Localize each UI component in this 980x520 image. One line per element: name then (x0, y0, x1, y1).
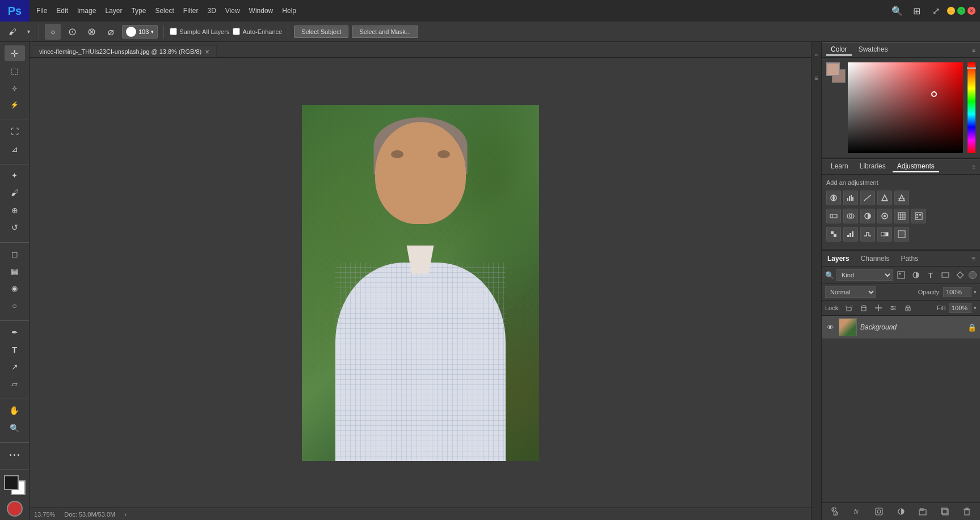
lock-all-btn[interactable] (902, 302, 914, 314)
hand-tool[interactable]: ✋ (5, 403, 25, 418)
lasso-tool[interactable]: ⟡ (5, 80, 25, 96)
menu-help[interactable]: Help (277, 6, 301, 16)
menu-select[interactable]: Select (150, 6, 178, 16)
quick-select-tool[interactable]: ⚡ (5, 97, 25, 113)
sample-all-layers-checkbox[interactable] (170, 28, 177, 35)
status-arrow[interactable]: › (124, 511, 127, 518)
canvas-viewport[interactable] (30, 58, 811, 508)
pixel-layer-filter[interactable] (895, 269, 907, 281)
foreground-swatch[interactable] (826, 62, 840, 76)
exposure-adj[interactable] (877, 191, 892, 205)
libraries-tab[interactable]: Libraries (855, 161, 890, 172)
hue-slider[interactable] (968, 62, 975, 153)
black-white-adj[interactable] (860, 209, 875, 223)
smart-object-filter[interactable] (954, 269, 966, 281)
learn-tab[interactable]: Learn (826, 161, 853, 172)
color-gradient-picker[interactable] (848, 62, 963, 153)
brightness-contrast-adj[interactable] (826, 191, 841, 205)
auto-enhance-checkbox[interactable] (233, 28, 240, 35)
curves-adj[interactable] (860, 191, 875, 205)
history-brush-tool[interactable]: ↺ (5, 219, 25, 235)
brush-dropdown-btn[interactable]: ▾ (24, 24, 33, 40)
menu-type[interactable]: Type (127, 6, 150, 16)
select-subject-button[interactable]: Select Subject (294, 26, 348, 38)
color-balance-adj[interactable] (843, 209, 858, 223)
opacity-value[interactable]: 100% (943, 287, 971, 297)
color-panel-menu[interactable]: ≡ (972, 47, 975, 53)
color-tab[interactable]: Color (826, 44, 852, 56)
menu-edit[interactable]: Edit (52, 6, 73, 16)
gradient-map-adj[interactable] (877, 227, 892, 242)
levels-adj[interactable] (843, 191, 858, 205)
new-layer-btn[interactable] (935, 505, 955, 518)
photo-filter-adj[interactable] (877, 209, 892, 223)
blend-mode-select[interactable]: Normal (825, 286, 876, 298)
pen-tool[interactable]: ✒ (5, 324, 25, 340)
search-icon[interactable]: 🔍 (889, 3, 905, 19)
menu-3d[interactable]: 3D (203, 6, 220, 16)
crop-tool[interactable]: ⛶ (5, 124, 25, 139)
lock-transparency-btn[interactable] (843, 302, 855, 314)
fill-value[interactable]: 100% (949, 303, 971, 313)
adjustments-tab[interactable]: Adjustments (893, 161, 939, 172)
lock-artboard-btn[interactable]: ≋ (888, 302, 899, 314)
healing-tool[interactable]: ✦ (5, 168, 25, 184)
selective-color-adj[interactable] (894, 227, 909, 242)
selection-tool-b[interactable]: ⊙ (64, 24, 80, 40)
layer-kind-filter[interactable]: Kind (836, 269, 893, 281)
text-tool[interactable]: T (5, 341, 25, 357)
invert-adj[interactable] (826, 227, 841, 242)
channel-mixer-adj[interactable] (894, 209, 909, 223)
menu-view[interactable]: View (221, 6, 245, 16)
select-mask-button[interactable]: Select and Mask... (352, 26, 418, 38)
shape-layer-filter[interactable] (939, 269, 952, 281)
opacity-dropdown[interactable]: ▾ (974, 289, 977, 295)
new-group-btn[interactable] (913, 505, 933, 518)
path-select-tool[interactable]: ↗ (5, 359, 25, 375)
color-lookup-adj[interactable] (911, 209, 926, 223)
clone-tool[interactable]: ⊕ (5, 202, 25, 218)
brush-size-control[interactable]: 103 ▾ (122, 25, 158, 39)
eyedropper-tool[interactable]: ⊿ (5, 141, 25, 157)
filter-toggle[interactable] (969, 271, 977, 279)
expand-icon[interactable]: ⤢ (928, 3, 944, 19)
text-layer-filter[interactable]: T (924, 269, 937, 281)
posterize-adj[interactable] (843, 227, 858, 242)
layer-visibility-toggle[interactable]: 👁 (825, 322, 835, 332)
layer-mask-btn[interactable] (869, 505, 889, 518)
zoom-tool[interactable]: 🔍 (5, 420, 25, 436)
threshold-adj[interactable] (860, 227, 875, 242)
brush-tool[interactable]: 🖌 (5, 185, 25, 201)
fill-dropdown[interactable]: ▾ (974, 305, 977, 311)
maximize-button[interactable]: □ (957, 7, 965, 15)
arrange-icon[interactable]: ⊞ (909, 3, 924, 19)
menu-layer[interactable]: Layer (100, 6, 127, 16)
menu-window[interactable]: Window (245, 6, 278, 16)
menu-filter[interactable]: Filter (179, 6, 203, 16)
swatches-tab[interactable]: Swatches (854, 44, 893, 56)
tab-close-button[interactable]: ✕ (205, 49, 209, 55)
menu-file[interactable]: File (32, 6, 52, 16)
brush-size-dropdown[interactable]: ▾ (151, 29, 154, 35)
close-button[interactable]: ✕ (968, 7, 975, 15)
adj-panel-menu[interactable]: ≡ (972, 164, 975, 170)
panel-toggle-icon[interactable]: » (811, 44, 822, 65)
delete-layer-btn[interactable] (957, 505, 977, 518)
selection-tool-a[interactable]: ⬦ (45, 24, 61, 40)
selection-tool-d[interactable]: ⌀ (103, 24, 119, 40)
lock-image-pixels-btn[interactable] (858, 302, 869, 314)
eraser-tool[interactable]: ◻ (5, 246, 25, 262)
dodge-tool[interactable]: ○ (5, 298, 25, 314)
layer-fx-btn[interactable]: fx (847, 505, 867, 518)
background-layer-item[interactable]: 👁 Background 🔒 (822, 316, 980, 339)
foreground-color-box[interactable] (4, 475, 19, 490)
paths-tab[interactable]: Paths (895, 252, 924, 265)
brush-options-btn[interactable]: 🖌 (5, 24, 20, 40)
layer-link-btn[interactable] (825, 505, 845, 518)
minimize-button[interactable]: — (947, 7, 955, 15)
selection-tool-c[interactable]: ⊗ (83, 24, 99, 40)
gradient-tool[interactable]: ▦ (5, 263, 25, 279)
adjustment-layer-filter[interactable] (910, 269, 922, 281)
layers-tab[interactable]: Layers (822, 252, 855, 265)
layer-adj-btn[interactable] (891, 505, 911, 518)
